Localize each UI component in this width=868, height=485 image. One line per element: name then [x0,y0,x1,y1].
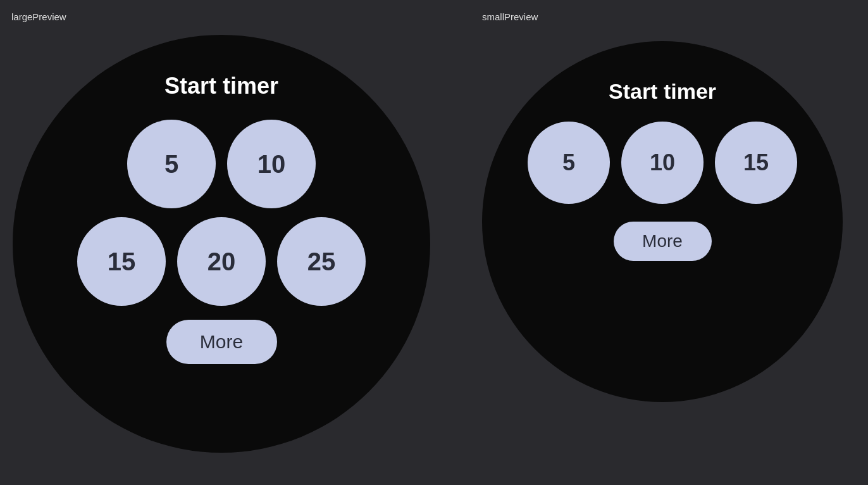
small-preview-container: Start timer 5 10 15 More [482,35,855,472]
large-timer-btn-25[interactable]: 25 [277,217,366,306]
large-timer-buttons: 5 10 15 20 25 More [77,120,366,364]
large-preview-container: Start timer 5 10 15 20 25 More [13,35,443,472]
large-timer-btn-5[interactable]: 5 [127,120,216,208]
large-row-1: 5 10 [127,120,316,208]
large-watch-face: Start timer 5 10 15 20 25 More [13,35,430,453]
large-timer-btn-15[interactable]: 15 [77,217,166,306]
small-preview-label: smallPreview [482,11,538,22]
large-timer-btn-20[interactable]: 20 [177,217,266,306]
large-timer-btn-10[interactable]: 10 [227,120,316,208]
small-watch-face: Start timer 5 10 15 More [482,41,843,402]
small-more-button[interactable]: More [614,222,712,261]
small-watch-title: Start timer [609,79,716,104]
small-row-1: 5 10 15 [528,122,797,204]
small-timer-btn-15[interactable]: 15 [715,122,797,204]
small-timer-buttons: 5 10 15 More [528,122,797,261]
small-timer-btn-5[interactable]: 5 [528,122,610,204]
large-more-button[interactable]: More [166,320,277,364]
large-row-2: 15 20 25 [77,217,366,306]
large-preview-label: largePreview [11,11,66,22]
small-timer-btn-10[interactable]: 10 [621,122,704,204]
large-watch-title: Start timer [164,73,278,99]
